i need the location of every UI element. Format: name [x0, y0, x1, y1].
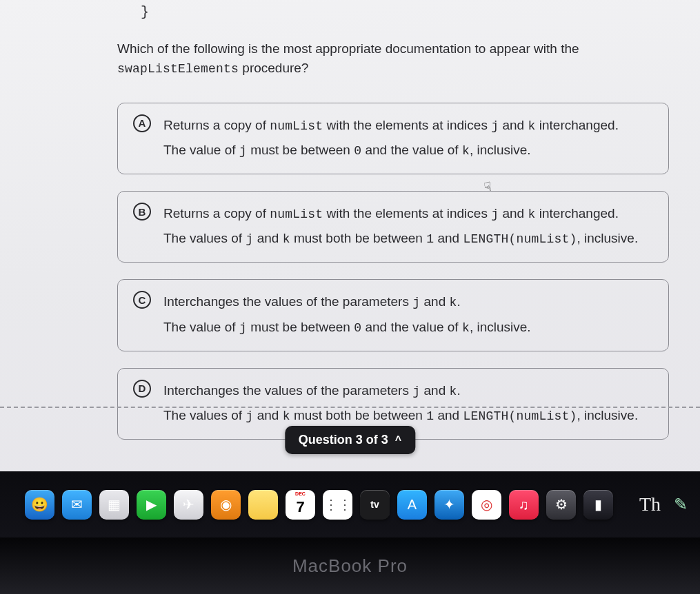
notes-icon[interactable] — [248, 490, 278, 520]
dock-right-app-text[interactable]: Th — [634, 493, 666, 515]
reminders-icon[interactable]: ⋮⋮ — [323, 490, 352, 520]
finder-icon[interactable]: 😀 — [25, 490, 54, 520]
macos-dock: 😀✉▦▶✈◉7DEC⋮⋮tvA✦◎♫⚙▮ Th ✎ — [0, 471, 700, 537]
safari-icon[interactable]: ✦ — [434, 490, 464, 520]
screen-content: } Which of the following is the most app… — [0, 0, 700, 496]
option-letter: A — [133, 114, 151, 132]
code-brace: } — [141, 0, 672, 20]
maps-icon[interactable]: ✈ — [174, 490, 203, 520]
launchpad-icon[interactable]: ▦ — [99, 490, 129, 520]
chevron-up-icon: ^ — [395, 434, 401, 447]
answer-option-b[interactable]: BReturns a copy of numList with the elem… — [117, 191, 669, 263]
option-letter: B — [133, 203, 151, 221]
option-text: Returns a copy of numList with the eleme… — [163, 201, 653, 251]
settings-icon[interactable]: ⚙ — [546, 490, 576, 520]
section-divider-dashed — [0, 407, 700, 408]
answer-option-a[interactable]: AReturns a copy of numList with the elem… — [117, 103, 669, 174]
iphone-mirror-icon[interactable]: ▮ — [583, 490, 613, 520]
calendar-icon[interactable]: 7DEC — [286, 490, 315, 520]
mail-icon[interactable]: ✉ — [62, 490, 92, 520]
option-letter: C — [133, 291, 151, 309]
calendar-badge: DEC — [286, 491, 315, 496]
option-letter: D — [133, 380, 151, 398]
question-text: Which of the following is the most appro… — [117, 39, 669, 78]
question-pre: Which of the following is the most appro… — [117, 41, 579, 56]
laptop-bezel: MacBook Pro — [0, 537, 700, 594]
question-pager-button[interactable]: Question 3 of 3 ^ — [285, 426, 415, 454]
option-text: Interchanges the values of the parameter… — [163, 378, 653, 428]
music-icon[interactable]: ♫ — [509, 490, 539, 520]
pen-icon[interactable]: ✎ — [674, 495, 688, 514]
facetime-icon[interactable]: ▶ — [137, 490, 166, 520]
chrome-icon[interactable]: ◎ — [472, 490, 501, 520]
option-text: Interchanges the values of the parameter… — [163, 289, 653, 339]
question-code: swapListElements — [117, 62, 239, 76]
answer-option-c[interactable]: CInterchanges the values of the paramete… — [117, 279, 669, 351]
option-text: Returns a copy of numList with the eleme… — [163, 113, 653, 163]
bezel-label: MacBook Pro — [292, 555, 408, 577]
appstore-icon[interactable]: A — [397, 490, 427, 520]
question-post: procedure? — [242, 61, 308, 75]
pager-label: Question 3 of 3 — [299, 433, 388, 447]
appletv-icon[interactable]: tv — [360, 490, 390, 520]
photos-icon[interactable]: ◉ — [211, 490, 241, 520]
